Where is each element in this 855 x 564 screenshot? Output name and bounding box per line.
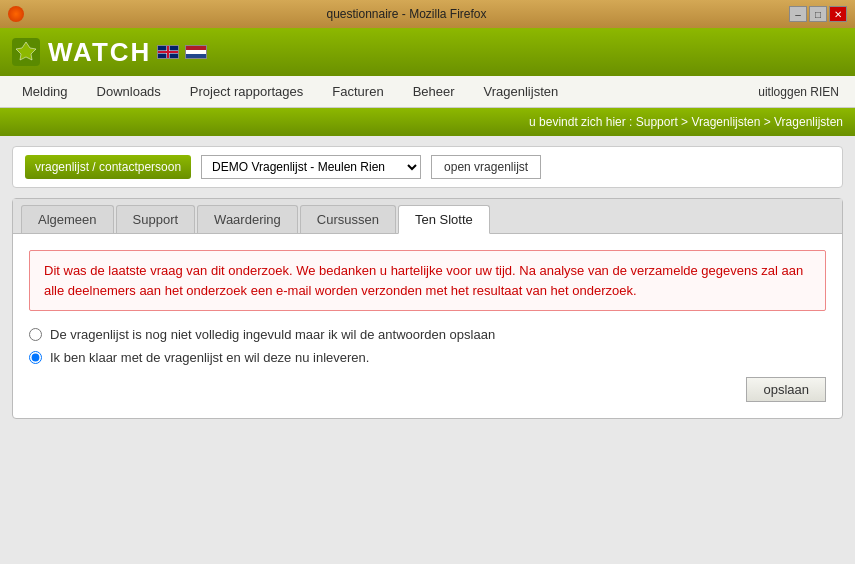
logo-area: WATCH	[10, 36, 207, 68]
tab-panel: Algemeen Support Waardering Cursussen Te…	[12, 198, 843, 419]
questionnaire-dropdown[interactable]: DEMO Vragenlijst - Meulen Rien	[201, 155, 421, 179]
save-area: opslaan	[29, 377, 826, 402]
radio-complete[interactable]	[29, 351, 42, 364]
nav-downloads[interactable]: Downloads	[83, 78, 176, 105]
minimize-button[interactable]: –	[789, 6, 807, 22]
tab-cursussen[interactable]: Cursussen	[300, 205, 396, 233]
menubar: WATCH	[0, 28, 855, 76]
nav-vragenlijsten[interactable]: Vragenlijsten	[470, 78, 574, 105]
tab-algemeen[interactable]: Algemeen	[21, 205, 114, 233]
titlebar-left	[8, 6, 24, 22]
titlebar-title: questionnaire - Mozilla Firefox	[24, 7, 789, 21]
tab-header: Algemeen Support Waardering Cursussen Te…	[13, 199, 842, 234]
titlebar: questionnaire - Mozilla Firefox – □ ✕	[0, 0, 855, 28]
nav-project-rapportages[interactable]: Project rapportages	[176, 78, 318, 105]
selector-label: vragenlijst / contactpersoon	[25, 155, 191, 179]
flag-uk	[157, 45, 179, 59]
tab-ten-slotte[interactable]: Ten Slotte	[398, 205, 490, 234]
watch-logo-icon	[10, 36, 42, 68]
close-button[interactable]: ✕	[829, 6, 847, 22]
radio-complete-label: Ik ben klaar met de vragenlijst en wil d…	[50, 350, 369, 365]
radio-partial[interactable]	[29, 328, 42, 341]
selector-bar: vragenlijst / contactpersoon DEMO Vragen…	[12, 146, 843, 188]
breadcrumb-bar: u bevindt zich hier : Support > Vragenli…	[0, 108, 855, 136]
firefox-icon	[8, 6, 24, 22]
main-content: vragenlijst / contactpersoon DEMO Vragen…	[0, 136, 855, 564]
open-questionnaire-button[interactable]: open vragenlijst	[431, 155, 541, 179]
logo-text: WATCH	[48, 37, 151, 68]
maximize-button[interactable]: □	[809, 6, 827, 22]
flag-nl	[185, 45, 207, 59]
radio-option-1: De vragenlijst is nog niet volledig inge…	[29, 327, 826, 342]
info-box: Dit was de laatste vraag van dit onderzo…	[29, 250, 826, 311]
breadcrumb: u bevindt zich hier : Support > Vragenli…	[529, 115, 843, 129]
nav-facturen[interactable]: Facturen	[318, 78, 398, 105]
info-text: Dit was de laatste vraag van dit onderzo…	[44, 263, 803, 298]
tab-support[interactable]: Support	[116, 205, 196, 233]
nav-melding[interactable]: Melding	[8, 78, 83, 105]
radio-option-2: Ik ben klaar met de vragenlijst en wil d…	[29, 350, 826, 365]
logout-link[interactable]: uitloggen RIEN	[758, 85, 847, 99]
nav-beheer[interactable]: Beheer	[399, 78, 470, 105]
nav-items: Melding Downloads Project rapportages Fa…	[8, 78, 573, 105]
tab-waardering[interactable]: Waardering	[197, 205, 298, 233]
titlebar-controls: – □ ✕	[789, 6, 847, 22]
radio-partial-label: De vragenlijst is nog niet volledig inge…	[50, 327, 495, 342]
navbar: Melding Downloads Project rapportages Fa…	[0, 76, 855, 108]
save-button[interactable]: opslaan	[746, 377, 826, 402]
tab-content: Dit was de laatste vraag van dit onderzo…	[13, 234, 842, 418]
